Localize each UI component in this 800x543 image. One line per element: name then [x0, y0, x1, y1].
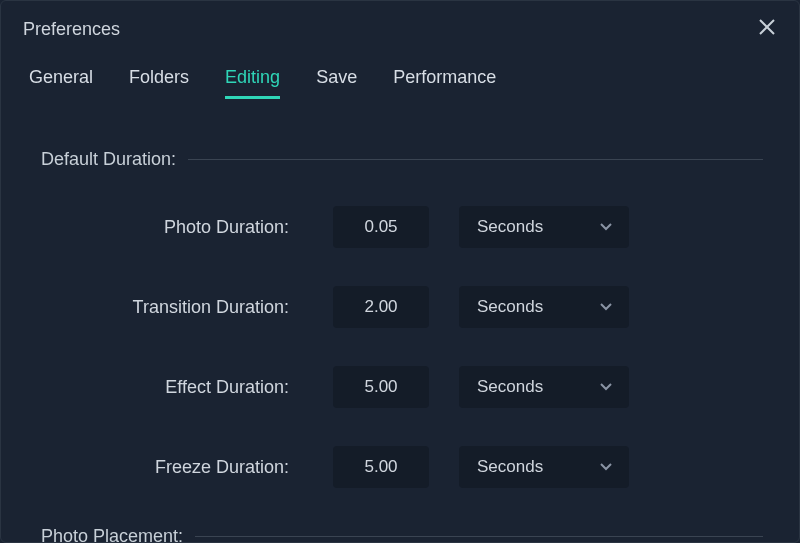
row-transition-duration: Transition Duration: Seconds: [69, 286, 763, 328]
titlebar: Preferences: [1, 1, 799, 49]
label-freeze-duration: Freeze Duration:: [69, 457, 297, 478]
select-effect-duration-unit[interactable]: Seconds: [459, 366, 629, 408]
chevron-down-icon: [599, 300, 613, 314]
close-icon: [758, 18, 776, 40]
chevron-down-icon: [599, 380, 613, 394]
content-panel: Default Duration: Photo Duration: Second…: [1, 99, 799, 543]
tab-editing[interactable]: Editing: [225, 67, 280, 99]
row-freeze-duration: Freeze Duration: Seconds: [69, 446, 763, 488]
row-photo-duration: Photo Duration: Seconds: [69, 206, 763, 248]
section-label-default-duration: Default Duration:: [41, 149, 176, 170]
row-effect-duration: Effect Duration: Seconds: [69, 366, 763, 408]
label-photo-duration: Photo Duration:: [69, 217, 297, 238]
input-photo-duration[interactable]: [333, 206, 429, 248]
tab-performance[interactable]: Performance: [393, 67, 496, 99]
select-freeze-duration-unit[interactable]: Seconds: [459, 446, 629, 488]
window-title: Preferences: [23, 19, 120, 40]
input-transition-duration[interactable]: [333, 286, 429, 328]
input-effect-duration[interactable]: [333, 366, 429, 408]
tab-folders[interactable]: Folders: [129, 67, 189, 99]
tabs: General Folders Editing Save Performance: [1, 49, 799, 99]
select-photo-duration-unit[interactable]: Seconds: [459, 206, 629, 248]
select-value: Seconds: [477, 217, 543, 237]
chevron-down-icon: [599, 460, 613, 474]
preferences-window: Preferences General Folders Editing Save…: [0, 0, 800, 543]
section-divider: [188, 159, 763, 160]
section-default-duration: Default Duration:: [41, 149, 763, 170]
default-duration-fields: Photo Duration: Seconds Transition Durat…: [41, 206, 763, 488]
label-transition-duration: Transition Duration:: [69, 297, 297, 318]
section-label-photo-placement: Photo Placement:: [41, 526, 183, 543]
section-divider: [195, 536, 763, 537]
section-photo-placement: Photo Placement:: [41, 526, 763, 543]
tab-general[interactable]: General: [29, 67, 93, 99]
label-effect-duration: Effect Duration:: [69, 377, 297, 398]
select-value: Seconds: [477, 457, 543, 477]
select-value: Seconds: [477, 297, 543, 317]
close-button[interactable]: [755, 17, 779, 41]
input-freeze-duration[interactable]: [333, 446, 429, 488]
select-transition-duration-unit[interactable]: Seconds: [459, 286, 629, 328]
tab-save[interactable]: Save: [316, 67, 357, 99]
chevron-down-icon: [599, 220, 613, 234]
select-value: Seconds: [477, 377, 543, 397]
